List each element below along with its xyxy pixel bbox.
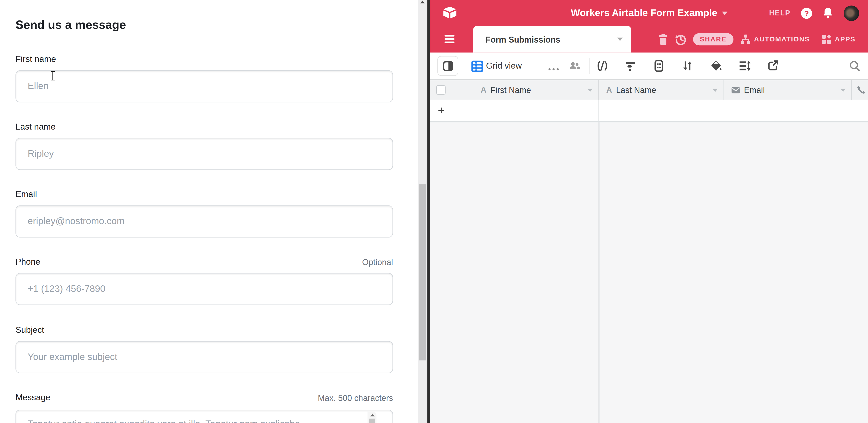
message-scrollbar[interactable] xyxy=(368,412,376,423)
scrollbar-thumb[interactable] xyxy=(369,419,375,423)
add-record-plus-icon[interactable]: + xyxy=(438,103,445,117)
table-tab-label: Form Submissions xyxy=(486,34,560,44)
column-header-first-name[interactable]: A First Name xyxy=(430,80,598,100)
automations-button[interactable]: AUTOMATIONS xyxy=(741,26,810,53)
grid-header-row: A First Name A Last Name Email xyxy=(430,79,868,100)
message-label: Message xyxy=(16,393,50,402)
view-toolbar: Grid view xyxy=(430,53,868,79)
text-field-type-icon: A xyxy=(606,85,612,95)
share-button[interactable]: SHARE xyxy=(693,33,734,46)
sort-icon[interactable] xyxy=(681,60,694,72)
text-field-type-icon: A xyxy=(480,85,487,95)
form-pane-scrollbar[interactable] xyxy=(418,0,427,423)
base-title: Workers Airtable Form Example xyxy=(571,7,717,19)
help-button[interactable]: HELP xyxy=(769,9,790,17)
screen: Send us a message First name Last name E… xyxy=(0,0,868,423)
grid-view-icon[interactable] xyxy=(471,60,483,72)
more-options-icon[interactable] xyxy=(548,63,560,75)
collaborators-icon[interactable] xyxy=(568,60,581,72)
scrollbar-thumb[interactable] xyxy=(419,184,426,360)
chevron-down-icon xyxy=(617,38,623,41)
chevron-down-icon xyxy=(722,11,727,14)
last-name-label: Last name xyxy=(16,122,55,132)
phone-input[interactable] xyxy=(16,273,393,305)
help-question-icon[interactable]: ? xyxy=(801,7,812,19)
tab-form-submissions[interactable]: Form Submissions xyxy=(473,26,631,53)
airtable-topbar: Workers Airtable Form Example HELP ? xyxy=(430,0,868,26)
email-label: Email xyxy=(16,189,37,199)
message-textarea[interactable] xyxy=(16,410,393,423)
apps-label: APPS xyxy=(835,35,856,43)
trash-icon[interactable] xyxy=(657,33,670,46)
column-divider xyxy=(598,100,599,121)
phone-field-type-icon xyxy=(856,85,866,95)
automations-label: AUTOMATIONS xyxy=(754,35,810,43)
chevron-down-icon[interactable] xyxy=(713,89,718,92)
first-name-label: First name xyxy=(16,54,56,64)
search-icon[interactable] xyxy=(849,60,861,72)
column-label: Last Name xyxy=(616,85,656,95)
chevron-down-icon[interactable] xyxy=(587,89,593,92)
column-label: Email xyxy=(744,85,765,95)
share-view-icon[interactable] xyxy=(767,60,779,72)
column-header-email[interactable]: Email xyxy=(723,80,851,100)
grid-body xyxy=(430,122,868,423)
color-icon[interactable] xyxy=(710,60,722,72)
form-title: Send us a message xyxy=(16,18,126,32)
avatar[interactable] xyxy=(844,5,859,21)
subject-label: Subject xyxy=(16,325,44,335)
column-header-phone[interactable]: Phone xyxy=(851,80,868,100)
email-input[interactable] xyxy=(16,206,393,238)
history-icon[interactable] xyxy=(674,33,688,46)
email-field-type-icon xyxy=(732,87,740,93)
sidebar-toggle-icon xyxy=(442,61,453,71)
group-icon[interactable] xyxy=(653,60,665,72)
column-label: First Name xyxy=(490,85,531,95)
message-maxchars-note: Max. 500 characters xyxy=(318,393,393,402)
frozen-column-edge[interactable] xyxy=(598,122,599,423)
filter-icon[interactable] xyxy=(624,60,637,72)
window-divider xyxy=(427,0,430,423)
airtable-tabsbar: Form Submissions SHARE xyxy=(430,26,868,53)
automations-icon xyxy=(741,34,750,44)
apps-button[interactable]: APPS xyxy=(822,26,855,53)
add-record-row[interactable]: + xyxy=(430,100,868,122)
toolbar-divider xyxy=(589,58,589,73)
notifications-bell-icon[interactable] xyxy=(823,7,833,19)
chevron-down-icon[interactable] xyxy=(840,89,846,92)
column-header-last-name[interactable]: A Last Name xyxy=(598,80,723,100)
view-name[interactable]: Grid view xyxy=(486,53,522,79)
row-height-icon[interactable] xyxy=(739,60,751,72)
contact-form-pane: Send us a message First name Last name E… xyxy=(0,0,418,423)
phone-label: Phone xyxy=(16,257,40,267)
first-name-input[interactable] xyxy=(16,70,393,103)
scroll-up-arrow-icon[interactable] xyxy=(370,414,374,416)
hide-fields-icon[interactable] xyxy=(596,60,608,72)
last-name-input[interactable] xyxy=(16,138,393,170)
scroll-up-arrow-icon[interactable] xyxy=(420,0,425,3)
phone-optional-note: Optional xyxy=(362,258,393,267)
toggle-sidebar-button[interactable] xyxy=(437,56,458,76)
menu-hamburger-icon[interactable] xyxy=(444,35,455,43)
subject-input[interactable] xyxy=(16,341,393,373)
apps-icon xyxy=(822,34,831,44)
airtable-pane: Workers Airtable Form Example HELP ? For… xyxy=(430,0,868,423)
text-cursor-icon xyxy=(49,71,56,81)
